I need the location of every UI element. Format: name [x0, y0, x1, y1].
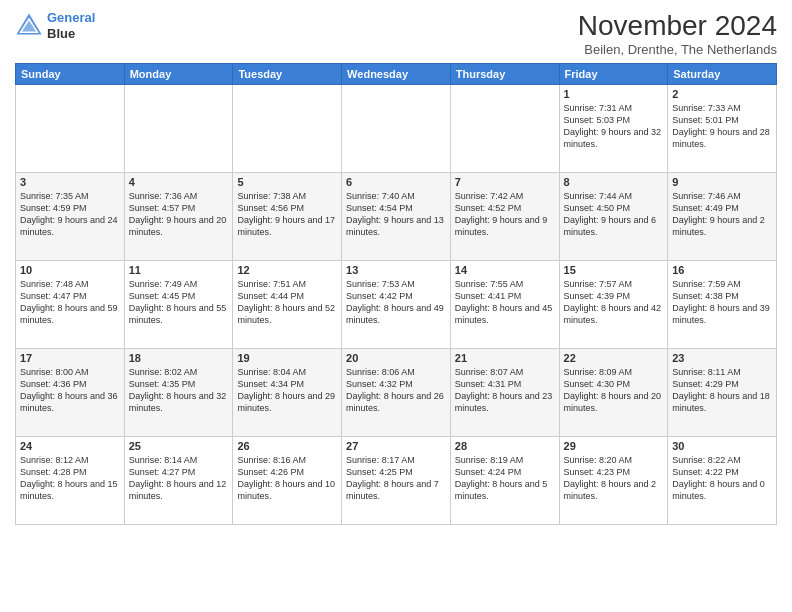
calendar-cell: 21Sunrise: 8:07 AM Sunset: 4:31 PM Dayli… [450, 349, 559, 437]
day-number: 3 [20, 176, 120, 188]
day-number: 26 [237, 440, 337, 452]
calendar-week-row: 3Sunrise: 7:35 AM Sunset: 4:59 PM Daylig… [16, 173, 777, 261]
logo: General Blue [15, 10, 95, 41]
day-number: 15 [564, 264, 664, 276]
calendar-cell: 6Sunrise: 7:40 AM Sunset: 4:54 PM Daylig… [342, 173, 451, 261]
calendar: Sunday Monday Tuesday Wednesday Thursday… [15, 63, 777, 525]
day-number: 5 [237, 176, 337, 188]
day-info: Sunrise: 7:55 AM Sunset: 4:41 PM Dayligh… [455, 278, 555, 327]
calendar-cell: 14Sunrise: 7:55 AM Sunset: 4:41 PM Dayli… [450, 261, 559, 349]
day-info: Sunrise: 7:42 AM Sunset: 4:52 PM Dayligh… [455, 190, 555, 239]
calendar-cell: 15Sunrise: 7:57 AM Sunset: 4:39 PM Dayli… [559, 261, 668, 349]
day-info: Sunrise: 8:04 AM Sunset: 4:34 PM Dayligh… [237, 366, 337, 415]
day-number: 8 [564, 176, 664, 188]
calendar-cell: 17Sunrise: 8:00 AM Sunset: 4:36 PM Dayli… [16, 349, 125, 437]
day-info: Sunrise: 8:22 AM Sunset: 4:22 PM Dayligh… [672, 454, 772, 503]
calendar-cell: 3Sunrise: 7:35 AM Sunset: 4:59 PM Daylig… [16, 173, 125, 261]
page: General Blue November 2024 Beilen, Drent… [0, 0, 792, 612]
calendar-cell: 9Sunrise: 7:46 AM Sunset: 4:49 PM Daylig… [668, 173, 777, 261]
calendar-week-row: 10Sunrise: 7:48 AM Sunset: 4:47 PM Dayli… [16, 261, 777, 349]
day-info: Sunrise: 7:46 AM Sunset: 4:49 PM Dayligh… [672, 190, 772, 239]
header: General Blue November 2024 Beilen, Drent… [15, 10, 777, 57]
day-number: 27 [346, 440, 446, 452]
calendar-cell: 30Sunrise: 8:22 AM Sunset: 4:22 PM Dayli… [668, 437, 777, 525]
day-number: 30 [672, 440, 772, 452]
day-info: Sunrise: 8:20 AM Sunset: 4:23 PM Dayligh… [564, 454, 664, 503]
day-info: Sunrise: 8:11 AM Sunset: 4:29 PM Dayligh… [672, 366, 772, 415]
day-number: 9 [672, 176, 772, 188]
day-number: 19 [237, 352, 337, 364]
day-info: Sunrise: 8:19 AM Sunset: 4:24 PM Dayligh… [455, 454, 555, 503]
day-number: 24 [20, 440, 120, 452]
calendar-cell: 22Sunrise: 8:09 AM Sunset: 4:30 PM Dayli… [559, 349, 668, 437]
col-monday: Monday [124, 64, 233, 85]
calendar-cell: 5Sunrise: 7:38 AM Sunset: 4:56 PM Daylig… [233, 173, 342, 261]
day-info: Sunrise: 8:06 AM Sunset: 4:32 PM Dayligh… [346, 366, 446, 415]
day-info: Sunrise: 8:07 AM Sunset: 4:31 PM Dayligh… [455, 366, 555, 415]
calendar-cell: 18Sunrise: 8:02 AM Sunset: 4:35 PM Dayli… [124, 349, 233, 437]
calendar-cell: 24Sunrise: 8:12 AM Sunset: 4:28 PM Dayli… [16, 437, 125, 525]
day-info: Sunrise: 7:51 AM Sunset: 4:44 PM Dayligh… [237, 278, 337, 327]
title-block: November 2024 Beilen, Drenthe, The Nethe… [578, 10, 777, 57]
day-number: 4 [129, 176, 229, 188]
col-thursday: Thursday [450, 64, 559, 85]
day-number: 20 [346, 352, 446, 364]
col-saturday: Saturday [668, 64, 777, 85]
day-info: Sunrise: 7:40 AM Sunset: 4:54 PM Dayligh… [346, 190, 446, 239]
day-number: 6 [346, 176, 446, 188]
calendar-cell: 7Sunrise: 7:42 AM Sunset: 4:52 PM Daylig… [450, 173, 559, 261]
calendar-cell: 28Sunrise: 8:19 AM Sunset: 4:24 PM Dayli… [450, 437, 559, 525]
day-info: Sunrise: 8:02 AM Sunset: 4:35 PM Dayligh… [129, 366, 229, 415]
day-info: Sunrise: 7:44 AM Sunset: 4:50 PM Dayligh… [564, 190, 664, 239]
day-number: 17 [20, 352, 120, 364]
calendar-cell: 26Sunrise: 8:16 AM Sunset: 4:26 PM Dayli… [233, 437, 342, 525]
day-info: Sunrise: 8:16 AM Sunset: 4:26 PM Dayligh… [237, 454, 337, 503]
calendar-week-row: 1Sunrise: 7:31 AM Sunset: 5:03 PM Daylig… [16, 85, 777, 173]
day-info: Sunrise: 7:33 AM Sunset: 5:01 PM Dayligh… [672, 102, 772, 151]
day-info: Sunrise: 7:36 AM Sunset: 4:57 PM Dayligh… [129, 190, 229, 239]
logo-text: General Blue [47, 10, 95, 41]
calendar-cell: 10Sunrise: 7:48 AM Sunset: 4:47 PM Dayli… [16, 261, 125, 349]
day-info: Sunrise: 7:59 AM Sunset: 4:38 PM Dayligh… [672, 278, 772, 327]
logo-icon [15, 12, 43, 40]
calendar-cell: 11Sunrise: 7:49 AM Sunset: 4:45 PM Dayli… [124, 261, 233, 349]
calendar-cell [124, 85, 233, 173]
day-info: Sunrise: 8:09 AM Sunset: 4:30 PM Dayligh… [564, 366, 664, 415]
calendar-cell: 13Sunrise: 7:53 AM Sunset: 4:42 PM Dayli… [342, 261, 451, 349]
day-number: 1 [564, 88, 664, 100]
calendar-week-row: 17Sunrise: 8:00 AM Sunset: 4:36 PM Dayli… [16, 349, 777, 437]
calendar-cell: 8Sunrise: 7:44 AM Sunset: 4:50 PM Daylig… [559, 173, 668, 261]
day-number: 28 [455, 440, 555, 452]
calendar-cell [450, 85, 559, 173]
col-friday: Friday [559, 64, 668, 85]
calendar-cell: 23Sunrise: 8:11 AM Sunset: 4:29 PM Dayli… [668, 349, 777, 437]
calendar-cell [342, 85, 451, 173]
day-info: Sunrise: 7:31 AM Sunset: 5:03 PM Dayligh… [564, 102, 664, 151]
calendar-cell: 2Sunrise: 7:33 AM Sunset: 5:01 PM Daylig… [668, 85, 777, 173]
day-info: Sunrise: 8:00 AM Sunset: 4:36 PM Dayligh… [20, 366, 120, 415]
day-number: 2 [672, 88, 772, 100]
day-number: 12 [237, 264, 337, 276]
calendar-cell: 29Sunrise: 8:20 AM Sunset: 4:23 PM Dayli… [559, 437, 668, 525]
day-info: Sunrise: 7:53 AM Sunset: 4:42 PM Dayligh… [346, 278, 446, 327]
day-number: 7 [455, 176, 555, 188]
day-number: 25 [129, 440, 229, 452]
day-info: Sunrise: 7:38 AM Sunset: 4:56 PM Dayligh… [237, 190, 337, 239]
day-info: Sunrise: 7:57 AM Sunset: 4:39 PM Dayligh… [564, 278, 664, 327]
calendar-cell [233, 85, 342, 173]
calendar-cell: 16Sunrise: 7:59 AM Sunset: 4:38 PM Dayli… [668, 261, 777, 349]
day-number: 22 [564, 352, 664, 364]
col-sunday: Sunday [16, 64, 125, 85]
day-number: 14 [455, 264, 555, 276]
day-number: 10 [20, 264, 120, 276]
day-number: 29 [564, 440, 664, 452]
calendar-cell: 25Sunrise: 8:14 AM Sunset: 4:27 PM Dayli… [124, 437, 233, 525]
calendar-cell: 27Sunrise: 8:17 AM Sunset: 4:25 PM Dayli… [342, 437, 451, 525]
day-number: 11 [129, 264, 229, 276]
month-title: November 2024 [578, 10, 777, 42]
calendar-header-row: Sunday Monday Tuesday Wednesday Thursday… [16, 64, 777, 85]
day-info: Sunrise: 7:49 AM Sunset: 4:45 PM Dayligh… [129, 278, 229, 327]
day-number: 16 [672, 264, 772, 276]
day-info: Sunrise: 7:35 AM Sunset: 4:59 PM Dayligh… [20, 190, 120, 239]
calendar-week-row: 24Sunrise: 8:12 AM Sunset: 4:28 PM Dayli… [16, 437, 777, 525]
